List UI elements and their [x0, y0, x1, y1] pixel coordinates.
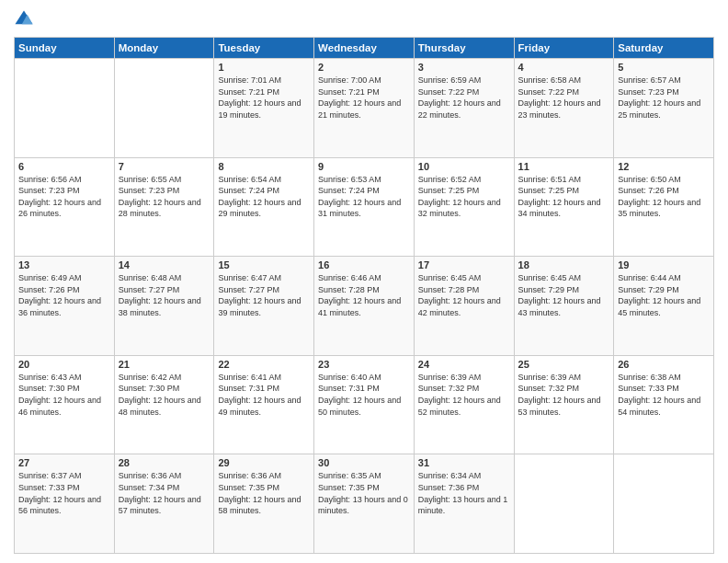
day-number: 6 — [18, 161, 110, 172]
day-number: 23 — [318, 359, 410, 370]
day-info: Sunrise: 6:45 AMSunset: 7:29 PMDaylight:… — [518, 272, 610, 318]
weekday-header-saturday: Saturday — [614, 38, 714, 59]
day-info: Sunrise: 6:54 AMSunset: 7:24 PMDaylight:… — [218, 174, 310, 220]
calendar-cell: 29Sunrise: 6:36 AMSunset: 7:35 PMDayligh… — [214, 454, 314, 554]
calendar-cell: 30Sunrise: 6:35 AMSunset: 7:35 PMDayligh… — [314, 454, 415, 554]
calendar-cell: 17Sunrise: 6:45 AMSunset: 7:28 PMDayligh… — [414, 257, 514, 356]
day-number: 10 — [418, 161, 510, 172]
calendar-cell: 24Sunrise: 6:39 AMSunset: 7:32 PMDayligh… — [414, 355, 514, 454]
day-info: Sunrise: 6:39 AMSunset: 7:32 PMDaylight:… — [418, 372, 510, 418]
weekday-header-sunday: Sunday — [15, 38, 115, 59]
day-info: Sunrise: 6:43 AMSunset: 7:30 PMDaylight:… — [18, 372, 110, 418]
day-info: Sunrise: 6:34 AMSunset: 7:36 PMDaylight:… — [418, 470, 510, 516]
weekday-header-thursday: Thursday — [414, 38, 514, 59]
day-number: 27 — [18, 457, 110, 468]
calendar-cell: 21Sunrise: 6:42 AMSunset: 7:30 PMDayligh… — [114, 355, 214, 454]
calendar-cell — [614, 454, 714, 554]
day-number: 31 — [418, 457, 510, 468]
day-number: 29 — [218, 457, 310, 468]
weekday-header-monday: Monday — [114, 38, 214, 59]
calendar-cell: 14Sunrise: 6:48 AMSunset: 7:27 PMDayligh… — [114, 257, 214, 356]
day-info: Sunrise: 6:59 AMSunset: 7:22 PMDaylight:… — [418, 75, 510, 121]
day-number: 22 — [218, 359, 310, 370]
day-number: 28 — [119, 457, 210, 468]
day-info: Sunrise: 6:46 AMSunset: 7:28 PMDaylight:… — [318, 272, 410, 318]
day-number: 19 — [618, 259, 710, 270]
day-info: Sunrise: 6:41 AMSunset: 7:31 PMDaylight:… — [218, 372, 310, 418]
calendar-cell: 2Sunrise: 7:00 AMSunset: 7:21 PMDaylight… — [314, 59, 415, 158]
day-number: 3 — [418, 62, 510, 73]
calendar-cell: 10Sunrise: 6:52 AMSunset: 7:25 PMDayligh… — [414, 157, 514, 257]
day-number: 5 — [618, 62, 710, 73]
day-number: 18 — [518, 259, 610, 270]
day-number: 25 — [518, 359, 610, 370]
calendar-cell: 11Sunrise: 6:51 AMSunset: 7:25 PMDayligh… — [514, 157, 614, 257]
day-number: 2 — [318, 62, 410, 73]
weekday-header-tuesday: Tuesday — [214, 38, 314, 59]
calendar-cell: 28Sunrise: 6:36 AMSunset: 7:34 PMDayligh… — [114, 454, 214, 554]
calendar-cell: 20Sunrise: 6:43 AMSunset: 7:30 PMDayligh… — [15, 355, 115, 454]
day-number: 4 — [518, 62, 610, 73]
calendar-cell: 3Sunrise: 6:59 AMSunset: 7:22 PMDaylight… — [414, 59, 514, 158]
day-number: 14 — [119, 259, 210, 270]
calendar-cell: 6Sunrise: 6:56 AMSunset: 7:23 PMDaylight… — [15, 157, 115, 257]
day-info: Sunrise: 6:52 AMSunset: 7:25 PMDaylight:… — [418, 174, 510, 220]
logo-icon — [14, 9, 34, 29]
day-info: Sunrise: 6:55 AMSunset: 7:23 PMDaylight:… — [119, 174, 210, 220]
calendar-cell — [15, 59, 115, 158]
calendar-cell: 5Sunrise: 6:57 AMSunset: 7:23 PMDaylight… — [614, 59, 714, 158]
calendar-cell — [514, 454, 614, 554]
day-info: Sunrise: 6:49 AMSunset: 7:26 PMDaylight:… — [18, 272, 110, 318]
calendar-cell: 26Sunrise: 6:38 AMSunset: 7:33 PMDayligh… — [614, 355, 714, 454]
day-number: 11 — [518, 161, 610, 172]
calendar-cell: 19Sunrise: 6:44 AMSunset: 7:29 PMDayligh… — [614, 257, 714, 356]
day-info: Sunrise: 6:38 AMSunset: 7:33 PMDaylight:… — [618, 372, 710, 418]
day-number: 20 — [18, 359, 110, 370]
week-row-0: 1Sunrise: 7:01 AMSunset: 7:21 PMDaylight… — [15, 59, 714, 158]
day-number: 13 — [18, 259, 110, 270]
day-info: Sunrise: 6:37 AMSunset: 7:33 PMDaylight:… — [18, 470, 110, 516]
calendar-cell: 27Sunrise: 6:37 AMSunset: 7:33 PMDayligh… — [15, 454, 115, 554]
day-info: Sunrise: 6:48 AMSunset: 7:27 PMDaylight:… — [119, 272, 210, 318]
day-info: Sunrise: 6:58 AMSunset: 7:22 PMDaylight:… — [518, 75, 610, 121]
day-number: 8 — [218, 161, 310, 172]
header — [14, 9, 714, 29]
day-number: 1 — [218, 62, 310, 73]
day-info: Sunrise: 6:45 AMSunset: 7:28 PMDaylight:… — [418, 272, 510, 318]
calendar-cell: 22Sunrise: 6:41 AMSunset: 7:31 PMDayligh… — [214, 355, 314, 454]
calendar-cell: 9Sunrise: 6:53 AMSunset: 7:24 PMDaylight… — [314, 157, 415, 257]
week-row-4: 27Sunrise: 6:37 AMSunset: 7:33 PMDayligh… — [15, 454, 714, 554]
day-number: 26 — [618, 359, 710, 370]
day-info: Sunrise: 6:35 AMSunset: 7:35 PMDaylight:… — [318, 470, 410, 516]
day-info: Sunrise: 6:53 AMSunset: 7:24 PMDaylight:… — [318, 174, 410, 220]
day-info: Sunrise: 6:39 AMSunset: 7:32 PMDaylight:… — [518, 372, 610, 418]
weekday-header-row: SundayMondayTuesdayWednesdayThursdayFrid… — [15, 38, 714, 59]
day-number: 16 — [318, 259, 410, 270]
day-info: Sunrise: 7:00 AMSunset: 7:21 PMDaylight:… — [318, 75, 410, 121]
week-row-2: 13Sunrise: 6:49 AMSunset: 7:26 PMDayligh… — [15, 257, 714, 356]
calendar-cell: 4Sunrise: 6:58 AMSunset: 7:22 PMDaylight… — [514, 59, 614, 158]
day-number: 24 — [418, 359, 510, 370]
calendar-cell: 1Sunrise: 7:01 AMSunset: 7:21 PMDaylight… — [214, 59, 314, 158]
page: SundayMondayTuesdayWednesdayThursdayFrid… — [0, 0, 728, 563]
calendar-cell: 13Sunrise: 6:49 AMSunset: 7:26 PMDayligh… — [15, 257, 115, 356]
day-info: Sunrise: 6:44 AMSunset: 7:29 PMDaylight:… — [618, 272, 710, 318]
day-number: 15 — [218, 259, 310, 270]
day-info: Sunrise: 6:36 AMSunset: 7:34 PMDaylight:… — [119, 470, 210, 516]
calendar-cell: 23Sunrise: 6:40 AMSunset: 7:31 PMDayligh… — [314, 355, 415, 454]
calendar-cell: 7Sunrise: 6:55 AMSunset: 7:23 PMDaylight… — [114, 157, 214, 257]
calendar-cell: 16Sunrise: 6:46 AMSunset: 7:28 PMDayligh… — [314, 257, 415, 356]
weekday-header-friday: Friday — [514, 38, 614, 59]
day-info: Sunrise: 6:56 AMSunset: 7:23 PMDaylight:… — [18, 174, 110, 220]
calendar-cell: 25Sunrise: 6:39 AMSunset: 7:32 PMDayligh… — [514, 355, 614, 454]
day-info: Sunrise: 6:36 AMSunset: 7:35 PMDaylight:… — [218, 470, 310, 516]
day-number: 21 — [119, 359, 210, 370]
calendar-cell: 18Sunrise: 6:45 AMSunset: 7:29 PMDayligh… — [514, 257, 614, 356]
calendar-cell: 8Sunrise: 6:54 AMSunset: 7:24 PMDaylight… — [214, 157, 314, 257]
weekday-header-wednesday: Wednesday — [314, 38, 415, 59]
week-row-1: 6Sunrise: 6:56 AMSunset: 7:23 PMDaylight… — [15, 157, 714, 257]
day-info: Sunrise: 6:40 AMSunset: 7:31 PMDaylight:… — [318, 372, 410, 418]
day-info: Sunrise: 7:01 AMSunset: 7:21 PMDaylight:… — [218, 75, 310, 121]
calendar: SundayMondayTuesdayWednesdayThursdayFrid… — [14, 37, 714, 554]
week-row-3: 20Sunrise: 6:43 AMSunset: 7:30 PMDayligh… — [15, 355, 714, 454]
